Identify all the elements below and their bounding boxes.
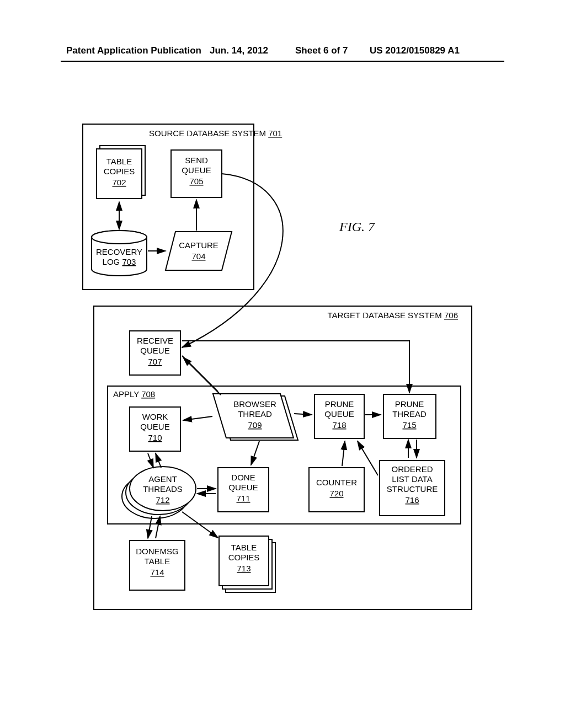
svg-text:LIST DATA: LIST DATA [392, 474, 432, 484]
svg-text:QUEUE: QUEUE [140, 346, 169, 355]
svg-text:RECOVERY: RECOVERY [96, 247, 142, 256]
svg-text:714: 714 [150, 568, 164, 577]
source-system-title: SOURCE DATABASE SYSTEM 701 [149, 129, 282, 138]
svg-line-79 [342, 441, 345, 466]
box-prune-queue: PRUNE QUEUE 718 [315, 394, 364, 438]
svg-line-76 [251, 441, 259, 465]
svg-text:THREAD: THREAD [238, 409, 272, 419]
svg-text:TABLE: TABLE [106, 157, 132, 166]
svg-text:718: 718 [332, 420, 346, 430]
parallelogram-browser-thread: BROWSER THREAD 709 [213, 394, 298, 440]
svg-line-86 [156, 516, 160, 538]
parallelogram-capture: CAPTURE 704 [166, 232, 232, 270]
svg-text:COUNTER: COUNTER [316, 478, 357, 487]
svg-text:QUEUE: QUEUE [324, 409, 354, 419]
svg-text:704: 704 [191, 251, 205, 261]
target-system-title: TARGET DATABASE SYSTEM 706 [328, 311, 458, 320]
svg-text:SEND: SEND [185, 156, 208, 165]
svg-text:RECEIVE: RECEIVE [137, 336, 173, 345]
svg-text:COPIES: COPIES [104, 167, 135, 176]
svg-text:PRUNE: PRUNE [325, 399, 354, 409]
box-counter: COUNTER 720 [309, 468, 364, 512]
box-donemsg-table: DONEMSG TABLE 714 [130, 540, 185, 590]
svg-text:ORDERED: ORDERED [391, 464, 433, 474]
svg-text:DONE: DONE [231, 473, 255, 482]
svg-line-73 [183, 416, 212, 420]
svg-text:CAPTURE: CAPTURE [179, 240, 218, 250]
box-done-queue: DONE QUEUE 711 [218, 468, 269, 512]
diagram-svg: SOURCE DATABASE SYSTEM 701 TABLE COPIES … [0, 0, 565, 728]
svg-text:707: 707 [148, 357, 162, 366]
box-ordered-list: ORDERED LIST DATA STRUCTURE 716 [380, 461, 445, 516]
svg-text:702: 702 [112, 178, 126, 187]
svg-text:716: 716 [405, 495, 419, 505]
ellipse-agent-threads: AGENT THREADS 712 [122, 467, 196, 518]
svg-line-87 [182, 512, 218, 538]
svg-text:COPIES: COPIES [228, 553, 260, 562]
svg-text:AGENT: AGENT [148, 474, 177, 484]
svg-line-74 [294, 414, 312, 415]
svg-text:QUEUE: QUEUE [228, 483, 258, 492]
svg-text:DONEMSG: DONEMSG [136, 547, 179, 556]
svg-line-82 [156, 453, 161, 468]
svg-text:PRUNE: PRUNE [395, 399, 424, 409]
svg-text:711: 711 [236, 494, 250, 503]
svg-point-11 [92, 231, 147, 244]
page: Patent Application Publication Jun. 14, … [0, 0, 565, 728]
box-send-queue: SEND QUEUE 705 [171, 150, 222, 197]
svg-text:THREADS: THREADS [143, 484, 183, 494]
svg-text:715: 715 [402, 420, 416, 430]
box-table-copies-source: TABLE COPIES 702 [97, 146, 145, 199]
svg-text:713: 713 [237, 564, 250, 573]
box-prune-thread: PRUNE THREAD 715 [383, 394, 436, 438]
svg-text:710: 710 [148, 433, 162, 442]
box-work-queue: WORK QUEUE 710 [130, 407, 180, 451]
svg-text:705: 705 [189, 176, 203, 186]
svg-text:QUEUE: QUEUE [182, 165, 211, 175]
svg-text:THREAD: THREAD [392, 409, 427, 419]
box-table-copies-target: TABLE COPIES 713 [219, 536, 275, 592]
svg-marker-14 [166, 232, 232, 270]
svg-text:LOG  703: LOG 703 [103, 257, 136, 266]
svg-text:QUEUE: QUEUE [140, 422, 169, 431]
svg-text:709: 709 [248, 420, 262, 430]
apply-label: APPLY 708 [113, 389, 155, 399]
svg-line-81 [148, 453, 153, 468]
svg-text:STRUCTURE: STRUCTURE [387, 484, 438, 494]
svg-text:WORK: WORK [142, 412, 168, 421]
svg-text:TABLE: TABLE [145, 556, 170, 566]
svg-text:BROWSER: BROWSER [233, 399, 276, 409]
svg-text:720: 720 [329, 489, 343, 498]
svg-line-72 [183, 357, 221, 395]
svg-text:TABLE: TABLE [231, 543, 257, 552]
box-receive-queue: RECEIVE QUEUE 707 [130, 331, 180, 375]
svg-text:712: 712 [156, 495, 169, 505]
cylinder-recovery-log: RECOVERY LOG 703 [92, 231, 147, 276]
svg-line-85 [148, 516, 152, 538]
